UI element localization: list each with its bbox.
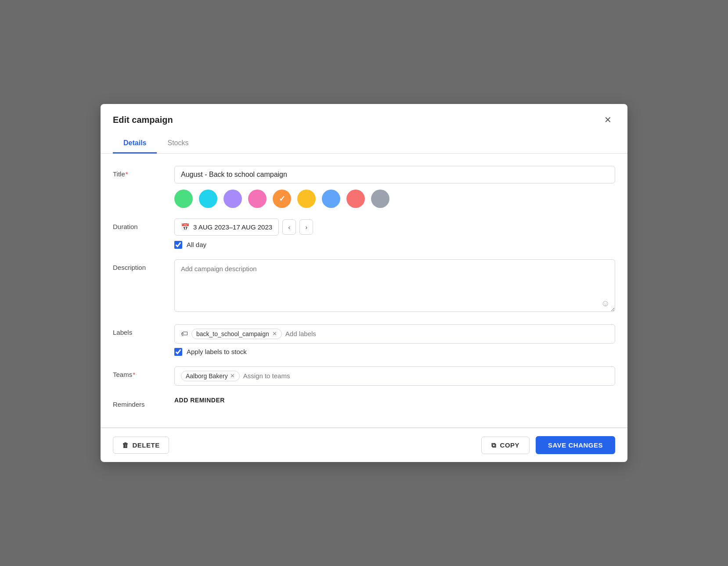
label-chip-remove[interactable]: ✕ [272, 330, 277, 337]
color-green[interactable] [174, 190, 193, 208]
title-label: Title* [113, 166, 174, 178]
modal-title: Edit campaign [113, 115, 173, 125]
reminders-content: ADD REMINDER [174, 396, 615, 404]
modal-footer: 🗑 DELETE ⧉ COPY SAVE CHANGES [101, 428, 627, 462]
apply-labels-row: Apply labels to stock [174, 348, 615, 356]
color-pink[interactable] [248, 190, 267, 208]
color-circles: ✓ [174, 190, 615, 208]
date-range-text: 3 AUG 2023–17 AUG 2023 [193, 223, 272, 231]
color-orange[interactable]: ✓ [273, 190, 291, 208]
teams-content: Aalborg Bakery ✕ [174, 366, 615, 386]
add-labels-input[interactable] [285, 330, 609, 337]
title-input[interactable] [174, 166, 615, 183]
date-next-button[interactable]: › [299, 219, 313, 235]
footer-right: ⧉ COPY SAVE CHANGES [481, 436, 615, 454]
labels-row: Labels 🏷 back_to_school_campaign ✕ Apply… [113, 324, 615, 356]
labels-content: 🏷 back_to_school_campaign ✕ Apply labels… [174, 324, 615, 356]
team-chip: Aalborg Bakery ✕ [181, 371, 240, 381]
reminders-label: Reminders [113, 396, 174, 408]
description-input[interactable] [174, 259, 615, 312]
delete-label: DELETE [133, 441, 160, 449]
title-row: Title* ✓ [113, 166, 615, 208]
teams-label: Teams* [113, 366, 174, 378]
teams-row: Teams* Aalborg Bakery ✕ [113, 366, 615, 386]
copy-label: COPY [500, 441, 520, 449]
duration-label: Duration [113, 219, 174, 230]
duration-row: Duration 📅 3 AUG 2023–17 AUG 2023 ‹ › [113, 219, 615, 249]
apply-labels-checkbox[interactable] [174, 348, 182, 356]
color-purple[interactable] [223, 190, 242, 208]
apply-labels-label: Apply labels to stock [187, 348, 247, 355]
copy-icon: ⧉ [491, 441, 497, 449]
color-teal[interactable] [199, 190, 217, 208]
save-changes-button[interactable]: SAVE CHANGES [536, 436, 615, 454]
modal-body: Title* ✓ [101, 154, 627, 427]
color-blue[interactable] [322, 190, 340, 208]
close-button[interactable]: ✕ [601, 113, 615, 127]
allday-label: All day [187, 241, 206, 248]
edit-campaign-modal: Edit campaign ✕ Details Stocks Title* [101, 104, 627, 462]
title-content: ✓ [174, 166, 615, 208]
copy-button[interactable]: ⧉ COPY [481, 437, 530, 454]
duration-content: 📅 3 AUG 2023–17 AUG 2023 ‹ › All day [174, 219, 615, 249]
tab-stocks[interactable]: Stocks [157, 134, 199, 154]
labels-box[interactable]: 🏷 back_to_school_campaign ✕ [174, 324, 615, 344]
tabs-container: Details Stocks [101, 134, 627, 154]
calendar-icon: 📅 [181, 223, 190, 231]
label-chip-text: back_to_school_campaign [196, 330, 269, 337]
allday-checkbox[interactable] [174, 241, 182, 249]
color-gray[interactable] [371, 190, 389, 208]
chevron-left-icon: ‹ [288, 223, 290, 231]
description-row: Description ☺ [113, 259, 615, 314]
description-wrapper: ☺ [174, 259, 615, 314]
modal-header: Edit campaign ✕ [101, 104, 627, 127]
date-prev-button[interactable]: ‹ [282, 219, 296, 235]
assign-teams-input[interactable] [243, 372, 609, 380]
title-required: * [126, 170, 128, 178]
color-red[interactable] [346, 190, 365, 208]
chevron-right-icon: › [305, 223, 307, 231]
color-selected-check: ✓ [279, 194, 285, 204]
color-yellow[interactable] [297, 190, 316, 208]
date-range-button[interactable]: 📅 3 AUG 2023–17 AUG 2023 [174, 219, 279, 236]
delete-button[interactable]: 🗑 DELETE [113, 437, 169, 454]
teams-required: * [133, 371, 135, 378]
label-chip: back_to_school_campaign ✕ [191, 329, 282, 339]
add-reminder-button[interactable]: ADD REMINDER [174, 397, 225, 404]
description-content: ☺ [174, 259, 615, 314]
tag-icon: 🏷 [181, 330, 188, 338]
team-chip-remove[interactable]: ✕ [230, 373, 235, 379]
teams-box[interactable]: Aalborg Bakery ✕ [174, 366, 615, 386]
allday-row: All day [174, 241, 615, 249]
trash-icon: 🗑 [122, 441, 129, 449]
labels-label: Labels [113, 324, 174, 336]
duration-controls: 📅 3 AUG 2023–17 AUG 2023 ‹ › [174, 219, 615, 236]
reminders-row: Reminders ADD REMINDER [113, 396, 615, 408]
tab-details[interactable]: Details [113, 134, 157, 154]
team-chip-text: Aalborg Bakery [186, 373, 228, 380]
description-label: Description [113, 259, 174, 271]
